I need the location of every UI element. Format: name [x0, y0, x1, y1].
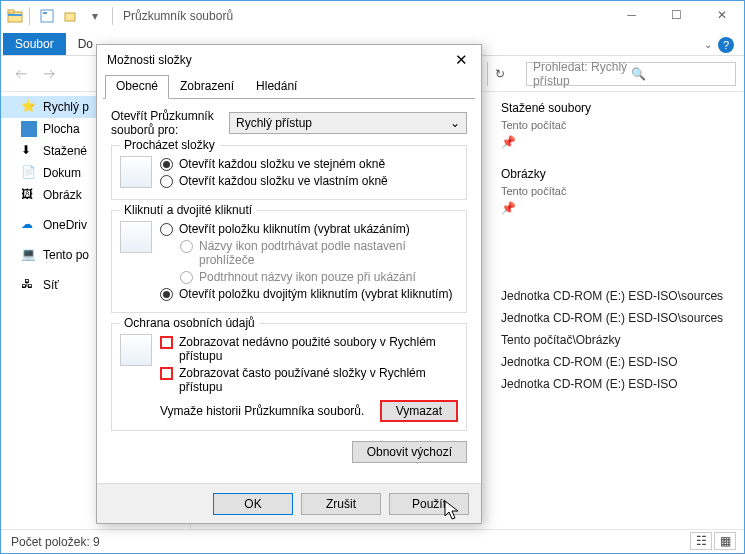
radio-same-window[interactable] [160, 158, 173, 171]
ok-button[interactable]: OK [213, 493, 293, 515]
view-large-icon[interactable]: ▦ [714, 532, 736, 550]
radio-underline-browser [180, 240, 193, 253]
recent-item[interactable]: Jednotka CD-ROM (E:) ESD-ISO [501, 351, 731, 373]
status-text: Počet položek: 9 [11, 535, 100, 549]
folder-options-dialog: Možnosti složky ✕ Obecné Zobrazení Hledá… [96, 44, 482, 524]
onedrive-icon: ☁ [21, 217, 37, 233]
tab-view[interactable]: Zobrazení [169, 75, 245, 99]
dialog-close-icon[interactable]: ✕ [441, 45, 481, 75]
maximize-button[interactable]: ☐ [654, 1, 699, 29]
chevron-down-icon: ⌄ [450, 116, 460, 130]
recent-list: Jednotka CD-ROM (E:) ESD-ISO\sources Jed… [501, 285, 731, 395]
content-pane: Stažené soubory Tento počítač 📌 Obrázky … [501, 101, 731, 395]
radio-own-window[interactable] [160, 175, 173, 188]
apply-button[interactable]: Použít [389, 493, 469, 515]
pc-icon: 💻 [21, 247, 37, 263]
svg-rect-3 [41, 10, 53, 22]
refresh-icon[interactable]: ↻ [487, 62, 511, 86]
qat-dropdown-icon[interactable]: ▾ [84, 5, 106, 27]
nav-forward-icon[interactable]: 🡢 [37, 62, 61, 86]
check-recent-files[interactable] [160, 336, 173, 349]
clear-label: Vymaže historii Průzkumníka souborů. [160, 404, 372, 418]
desktop-icon [21, 121, 37, 137]
documents-icon: 📄 [21, 165, 37, 181]
statusbar: Počet položek: 9 ☷ ▦ [1, 529, 744, 553]
recent-item[interactable]: Jednotka CD-ROM (E:) ESD-ISO\sources [501, 307, 731, 329]
click-icon [120, 221, 152, 253]
clear-button[interactable]: Vymazat [380, 400, 458, 422]
open-explorer-combo[interactable]: Rychlý přístup ⌄ [229, 112, 467, 134]
file-explorer-icon [7, 8, 23, 24]
titlebar: ▾ Průzkumník souborů ─ ☐ ✕ [1, 1, 744, 31]
restore-defaults-button[interactable]: Obnovit výchozí [352, 441, 467, 463]
qat-properties-icon[interactable] [36, 5, 58, 27]
network-icon: 🖧 [21, 277, 37, 293]
ribbon-expand-icon[interactable]: ⌄ [704, 39, 712, 50]
ribbon-tab-file[interactable]: Soubor [3, 33, 66, 55]
tab-general[interactable]: Obecné [105, 75, 169, 99]
folder-downloads[interactable]: Stažené soubory [501, 101, 731, 115]
browse-icon [120, 156, 152, 188]
tab-search[interactable]: Hledání [245, 75, 308, 99]
search-icon: 🔍 [631, 67, 729, 81]
search-placeholder: Prohledat: Rychlý přístup [533, 60, 631, 88]
minimize-button[interactable]: ─ [609, 1, 654, 29]
close-button[interactable]: ✕ [699, 1, 744, 29]
open-explorer-label: Otevřít Průzkumník souborů pro: [111, 109, 221, 137]
group-browse: Procházet složky Otevřít každou složku v… [111, 145, 467, 200]
radio-single-click[interactable] [160, 223, 173, 236]
nav-back-icon[interactable]: 🡠 [9, 62, 33, 86]
svg-rect-5 [65, 13, 75, 21]
recent-item[interactable]: Jednotka CD-ROM (E:) ESD-ISO\sources [501, 285, 731, 307]
star-icon: ⭐ [21, 99, 37, 115]
pin-icon[interactable]: 📌 [501, 135, 731, 149]
group-privacy: Ochrana osobních údajů Zobrazovat nedávn… [111, 323, 467, 431]
pictures-icon: 🖼 [21, 187, 37, 203]
dialog-title: Možnosti složky [97, 45, 481, 75]
radio-underline-point [180, 271, 193, 284]
cancel-button[interactable]: Zrušit [301, 493, 381, 515]
recent-item[interactable]: Jednotka CD-ROM (E:) ESD-ISO [501, 373, 731, 395]
svg-rect-2 [8, 14, 22, 16]
window-title: Průzkumník souborů [123, 9, 233, 23]
qat-new-folder-icon[interactable] [60, 5, 82, 27]
group-click: Kliknutí a dvojité kliknutí Otevřít polo… [111, 210, 467, 313]
recent-item[interactable]: Tento počítač\Obrázky [501, 329, 731, 351]
radio-double-click[interactable] [160, 288, 173, 301]
downloads-icon: ⬇ [21, 143, 37, 159]
svg-rect-4 [43, 12, 47, 14]
folder-pictures[interactable]: Obrázky [501, 167, 731, 181]
svg-rect-1 [8, 10, 14, 13]
help-icon[interactable]: ? [718, 37, 734, 53]
search-input[interactable]: Prohledat: Rychlý přístup 🔍 [526, 62, 736, 86]
view-details-icon[interactable]: ☷ [690, 532, 712, 550]
check-freq-folders[interactable] [160, 367, 173, 380]
pin-icon[interactable]: 📌 [501, 201, 731, 215]
privacy-icon [120, 334, 152, 366]
